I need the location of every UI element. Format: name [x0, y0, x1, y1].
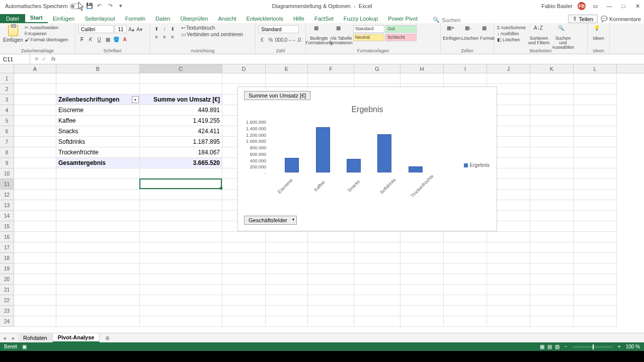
fill-color-icon[interactable]: 🪣: [113, 36, 120, 43]
cell-B21[interactable]: [56, 285, 140, 295]
cell-C14[interactable]: [140, 211, 222, 221]
row-header-22[interactable]: 22: [0, 295, 14, 306]
cell-K9[interactable]: [530, 158, 574, 168]
cell-B7[interactable]: Softdrinks: [56, 137, 140, 147]
cell-F19[interactable]: [308, 263, 354, 274]
cell-F16[interactable]: [308, 232, 354, 242]
cell-A8[interactable]: [14, 147, 56, 158]
cell-L15[interactable]: [574, 221, 617, 232]
cell-F22[interactable]: [308, 295, 354, 306]
add-sheet-button[interactable]: ⊕: [103, 335, 112, 341]
cell-L14[interactable]: [574, 211, 617, 221]
cell-H23[interactable]: [400, 306, 444, 316]
comma-icon[interactable]: 000: [276, 36, 283, 43]
sheet-tab-rohdaten[interactable]: Rohdaten: [18, 334, 53, 342]
cell-C18[interactable]: [140, 253, 222, 263]
row-header-20[interactable]: 20: [0, 274, 14, 285]
macro-record-icon[interactable]: ▣: [22, 344, 27, 349]
alignment-grid[interactable]: ⬆↕⬇ ≡≡≡: [153, 25, 176, 40]
align-left-icon[interactable]: ≡: [153, 33, 160, 40]
col-header-A[interactable]: A: [14, 64, 56, 73]
cell-B19[interactable]: [56, 263, 140, 274]
zoom-out-icon[interactable]: −: [565, 344, 568, 349]
cell-L4[interactable]: [574, 105, 617, 116]
cell-E16[interactable]: [266, 232, 308, 242]
cell-D23[interactable]: [222, 306, 266, 316]
cell-F23[interactable]: [308, 306, 354, 316]
cell-B9[interactable]: Gesamtergebnis: [56, 158, 140, 168]
cell-A20[interactable]: [14, 274, 56, 285]
cell-K1[interactable]: [530, 73, 574, 84]
cell-B23[interactable]: [56, 306, 140, 316]
row-header-6[interactable]: 6: [0, 126, 14, 137]
fx-icon[interactable]: fx: [51, 56, 56, 62]
row-header-2[interactable]: 2: [0, 84, 14, 95]
cell-C16[interactable]: [140, 232, 222, 242]
toggle-icon[interactable]: [70, 4, 81, 9]
format-painter-button[interactable]: 🖌Format übertragen: [25, 37, 68, 42]
cell-I23[interactable]: [444, 306, 487, 316]
cell-E20[interactable]: [266, 274, 308, 285]
align-center-icon[interactable]: ≡: [161, 33, 168, 40]
cell-K18[interactable]: [530, 253, 574, 263]
row-header-8[interactable]: 8: [0, 147, 14, 158]
paste-button[interactable]: Einfügen: [3, 25, 23, 43]
cell-K19[interactable]: [530, 263, 574, 274]
pivot-chart[interactable]: Summe von Umsatz [€] Ergebnis 1.600.0001…: [237, 86, 497, 231]
cell-B13[interactable]: [56, 200, 140, 211]
find-select-button[interactable]: 🔍Suchen und Auswählen: [552, 25, 574, 50]
chart-value-field-button[interactable]: Summe von Umsatz [€]: [244, 91, 310, 100]
row-header-14[interactable]: 14: [0, 211, 14, 221]
font-name-input[interactable]: [78, 25, 114, 33]
cell-K24[interactable]: [530, 316, 574, 327]
cell-L6[interactable]: [574, 126, 617, 137]
cell-K6[interactable]: [530, 126, 574, 137]
delete-cells-button[interactable]: ▦-Löschen: [462, 25, 478, 41]
cell-I19[interactable]: [444, 263, 487, 274]
cell-K7[interactable]: [530, 137, 574, 147]
normal-view-icon[interactable]: ▦: [540, 344, 544, 349]
row-header-4[interactable]: 4: [0, 105, 14, 116]
tab-fuzzy-lookup[interactable]: Fuzzy Lookup: [339, 14, 383, 23]
zoom-level[interactable]: 100 %: [626, 344, 640, 349]
cell-B1[interactable]: [56, 73, 140, 84]
style-gut[interactable]: Gut: [385, 25, 417, 33]
maximize-icon[interactable]: □: [619, 3, 628, 10]
cell-K12[interactable]: [530, 190, 574, 200]
row-header-1[interactable]: 1: [0, 73, 14, 84]
cell-G23[interactable]: [354, 306, 400, 316]
cell-H1[interactable]: [400, 73, 444, 84]
name-box[interactable]: C11: [0, 54, 30, 64]
cell-C3[interactable]: Summe von Umsatz [€]: [140, 95, 222, 105]
cell-G17[interactable]: [354, 242, 400, 253]
tab-ueberpruefen[interactable]: Überprüfen: [175, 14, 213, 23]
number-format-select[interactable]: [259, 25, 299, 33]
chart-bar-Snacks[interactable]: [347, 159, 361, 172]
col-header-L[interactable]: L: [574, 64, 617, 73]
cell-L16[interactable]: [574, 232, 617, 242]
conditional-formatting-button[interactable]: ▦Bedingte Formatierung: [309, 25, 329, 45]
row-header-10[interactable]: 10: [0, 168, 14, 179]
cell-G1[interactable]: [354, 73, 400, 84]
cell-A13[interactable]: [14, 200, 56, 211]
cell-A1[interactable]: [14, 73, 56, 84]
cell-B11[interactable]: [56, 179, 140, 190]
cell-H17[interactable]: [400, 242, 444, 253]
cell-K15[interactable]: [530, 221, 574, 232]
cell-D19[interactable]: [222, 263, 266, 274]
cell-F17[interactable]: [308, 242, 354, 253]
cell-B3[interactable]: Zeilenbeschriftungen: [56, 95, 140, 105]
cell-J1[interactable]: [487, 73, 530, 84]
cell-L10[interactable]: [574, 168, 617, 179]
cell-C20[interactable]: [140, 274, 222, 285]
underline-icon[interactable]: U: [96, 36, 103, 43]
redo-icon[interactable]: ↷: [108, 3, 115, 10]
cell-A11[interactable]: [14, 179, 56, 190]
row-header-3[interactable]: 3: [0, 95, 14, 105]
cell-C17[interactable]: [140, 242, 222, 253]
cell-J19[interactable]: [487, 263, 530, 274]
align-top-icon[interactable]: ⬆: [153, 25, 160, 32]
style-neutral[interactable]: Neutral: [353, 34, 384, 41]
col-header-H[interactable]: H: [400, 64, 444, 73]
tab-file[interactable]: Datei: [0, 14, 25, 23]
